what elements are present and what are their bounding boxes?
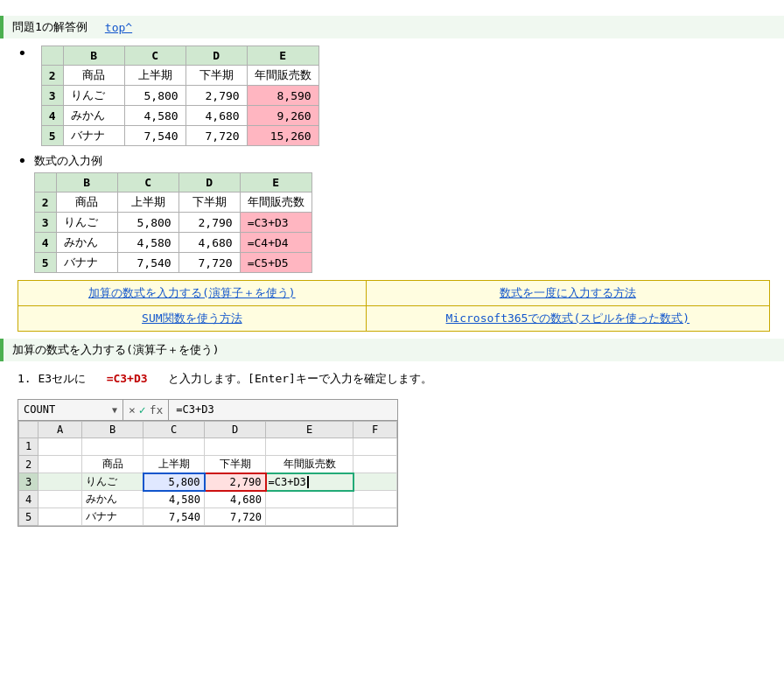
t1-r2-d: 下半期 xyxy=(186,66,247,86)
nav-links-table: 加算の数式を入力する(演算子＋を使う) 数式を一度に入力する方法 SUM関数を使… xyxy=(18,280,770,332)
grid-row-2: 2 商品 上半期 下半期 年間販売数 xyxy=(19,455,397,473)
r4-b[interactable]: みかん xyxy=(82,491,144,508)
t1-r3-c: 5,800 xyxy=(124,86,186,106)
formula-controls: × ✓ fx xyxy=(123,400,169,420)
r3-e[interactable]: =C3+D3 xyxy=(266,473,354,491)
col-c-header: C xyxy=(124,46,186,66)
r4-e[interactable] xyxy=(266,491,354,508)
rn-1: 1 xyxy=(19,438,38,455)
r3-f[interactable] xyxy=(354,473,397,491)
f-r5-b: バナナ xyxy=(56,253,117,273)
grid-row-4: 4 みかん 4,580 4,680 xyxy=(19,491,397,508)
r4-c[interactable]: 4,580 xyxy=(144,491,205,508)
confirm-icon[interactable]: ✓ xyxy=(139,403,146,416)
r1-d[interactable] xyxy=(205,438,266,455)
t1-r2-b: 商品 xyxy=(63,66,124,86)
f-r3-b: りんご xyxy=(56,213,117,233)
step1-text2: と入力します。[Enter]キーで入力を確定します。 xyxy=(168,372,432,385)
cancel-icon[interactable]: × xyxy=(129,403,136,416)
f-r5-c: 7,540 xyxy=(117,253,178,273)
row-3-header: 3 xyxy=(41,86,63,106)
t1-r2-e: 年間販売数 xyxy=(247,66,318,86)
r1-f[interactable] xyxy=(354,438,397,455)
nav-link-4[interactable]: Microsoft365での数式(スピルを使った数式) xyxy=(366,306,769,332)
bullet1-section: • B C D E 2 商品 上半期 xyxy=(18,46,766,146)
nav-link-3-anchor[interactable]: SUM関数を使う方法 xyxy=(142,312,242,325)
r5-d[interactable]: 7,720 xyxy=(205,508,266,526)
r2-f[interactable] xyxy=(354,455,397,473)
f-r2-e: 年間販売数 xyxy=(240,192,312,213)
r2-c[interactable]: 上半期 xyxy=(144,455,205,473)
nav-link-2-anchor[interactable]: 数式を一度に入力する方法 xyxy=(500,286,636,299)
t1-r2-c: 上半期 xyxy=(124,66,186,86)
name-box-text: COUNT xyxy=(24,403,55,416)
col-e-grid-header: E xyxy=(266,421,354,438)
r5-f[interactable] xyxy=(354,508,397,526)
r1-c[interactable] xyxy=(144,438,205,455)
top-link[interactable]: top^ xyxy=(105,21,132,34)
col-d-grid-header: D xyxy=(205,421,266,438)
r4-a[interactable] xyxy=(38,491,82,508)
excel-grid: A B C D E F 1 xyxy=(18,421,397,527)
f-r4-d: 4,680 xyxy=(178,233,240,253)
section2-title: 加算の数式を入力する(演算子＋を使う) xyxy=(12,342,220,358)
f-r5-e: =C5+D5 xyxy=(240,253,312,273)
f-r3-c: 5,800 xyxy=(117,213,178,233)
r3-a[interactable] xyxy=(38,473,82,491)
r3-c[interactable]: 5,800 xyxy=(144,473,205,491)
r2-b[interactable]: 商品 xyxy=(82,455,144,473)
corner-cell xyxy=(41,46,63,66)
r5-c[interactable]: 7,540 xyxy=(144,508,205,526)
f-r2-b: 商品 xyxy=(56,192,117,213)
nav-link-4-anchor[interactable]: Microsoft365での数式(スピルを使った数式) xyxy=(446,312,690,325)
r2-e[interactable]: 年間販売数 xyxy=(266,455,354,473)
r5-e[interactable] xyxy=(266,508,354,526)
t1-r5-d: 7,720 xyxy=(186,126,247,146)
r1-a[interactable] xyxy=(38,438,82,455)
f-r3-d: 2,790 xyxy=(178,213,240,233)
t1-r3-d: 2,790 xyxy=(186,86,247,106)
rn-3: 3 xyxy=(19,473,38,491)
section1-title: 問題1の解答例 xyxy=(12,19,88,35)
grid-row-3: 3 りんご 5,800 2,790 =C3+D3 xyxy=(19,473,397,491)
f-r4-e: =C4+D4 xyxy=(240,233,312,253)
nav-link-2[interactable]: 数式を一度に入力する方法 xyxy=(366,281,769,306)
r5-a[interactable] xyxy=(38,508,82,526)
step1-description: 1. E3セルに =C3+D3 と入力します。[Enter]キーで入力を確定しま… xyxy=(18,370,766,388)
grid-corner xyxy=(19,421,38,438)
nav-link-1-anchor[interactable]: 加算の数式を入力する(演算子＋を使う) xyxy=(88,286,296,299)
nav-link-1[interactable]: 加算の数式を入力する(演算子＋を使う) xyxy=(18,281,367,306)
f-r2-c: 上半期 xyxy=(117,192,178,213)
r2-d[interactable]: 下半期 xyxy=(205,455,266,473)
f-col-c-header: C xyxy=(117,173,178,192)
row-2-header: 2 xyxy=(41,66,63,86)
f-corner-cell xyxy=(34,173,56,192)
r1-b[interactable] xyxy=(82,438,144,455)
r3-b[interactable]: りんご xyxy=(82,473,144,491)
fx-icon[interactable]: fx xyxy=(150,403,164,416)
r2-a[interactable] xyxy=(38,455,82,473)
page-container: 問題1の解答例 top^ • B C D E 2 xyxy=(0,0,784,541)
r4-d[interactable]: 4,680 xyxy=(205,491,266,508)
nav-link-3[interactable]: SUM関数を使う方法 xyxy=(18,306,367,332)
r4-f[interactable] xyxy=(354,491,397,508)
formula-table: B C D E 2 商品 上半期 下半期 年間販売数 3 xyxy=(34,172,312,273)
r1-e[interactable] xyxy=(266,438,354,455)
formula-cursor xyxy=(307,476,309,488)
name-box[interactable]: COUNT ▼ xyxy=(18,400,123,420)
t1-r3-b: りんご xyxy=(63,86,124,106)
name-box-arrow-icon: ▼ xyxy=(112,405,117,415)
col-e-header: E xyxy=(247,46,318,66)
step1-text1: 1. E3セルに xyxy=(18,372,86,385)
r5-b[interactable]: バナナ xyxy=(82,508,144,526)
bullet2-section: • 数式の入力例 B C D E 2 商品 上半期 xyxy=(18,153,766,273)
t1-r4-b: みかん xyxy=(63,106,124,126)
f-col-d-header: D xyxy=(178,173,240,192)
r3-d[interactable]: 2,790 xyxy=(205,473,266,491)
rn-2: 2 xyxy=(19,455,38,473)
t1-r4-e: 9,260 xyxy=(247,106,318,126)
bullet1-dot: • xyxy=(18,44,27,62)
f-row-2-header: 2 xyxy=(34,192,56,213)
col-b-header: B xyxy=(63,46,124,66)
rn-5: 5 xyxy=(19,508,38,526)
